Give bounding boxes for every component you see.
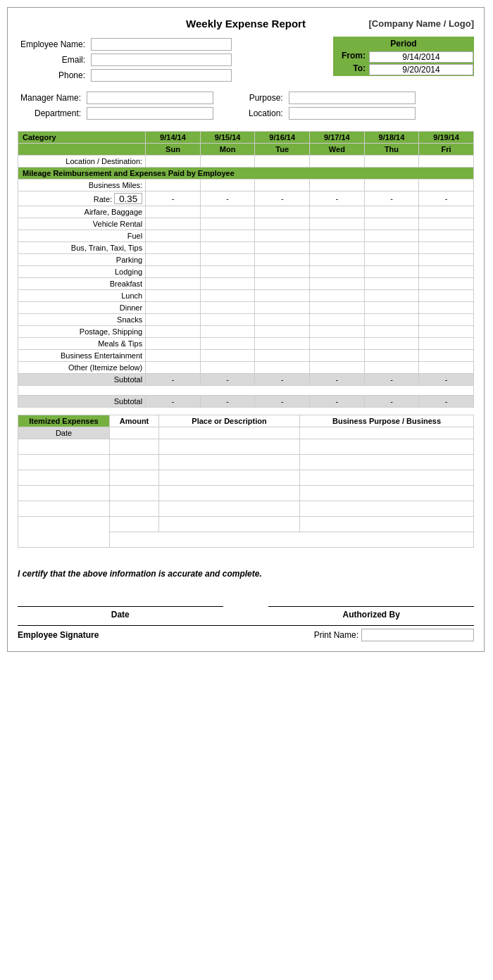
table-row: Parking — [18, 254, 474, 266]
rate-thu: - — [364, 191, 419, 206]
table-row: Lodging — [18, 266, 474, 278]
table-row: Dinner — [18, 302, 474, 314]
manager-name-label: Manager Name: — [18, 90, 84, 106]
subtotal-thu-2: - — [364, 396, 419, 408]
lodging-label: Lodging — [18, 266, 146, 278]
table-row: Postage, Shipping — [18, 326, 474, 338]
authorized-by-label: Authorized By — [268, 610, 474, 620]
list-item — [18, 470, 474, 486]
list-item — [18, 517, 474, 532]
bus-label: Bus, Train, Taxi, Tips — [18, 242, 146, 254]
purpose-input[interactable] — [289, 92, 416, 104]
expense-table: Category 9/14/14 9/15/14 9/16/14 9/17/14… — [18, 131, 474, 408]
table-row: Meals & Tips — [18, 338, 474, 350]
day-sun: Sun — [146, 144, 201, 156]
other-label: Other (Itemize below) — [18, 362, 146, 374]
date-col-header: Date — [18, 427, 110, 439]
itemized-header: Itemized Expenses — [18, 415, 110, 427]
miles-wed[interactable] — [310, 180, 365, 191]
table-row: Other (Itemize below) — [18, 362, 474, 374]
print-name-label: Print Name: — [314, 630, 358, 640]
list-item — [18, 439, 474, 455]
subtotal-fri-1: - — [419, 374, 474, 386]
subtotal-label-1: Subtotal — [18, 374, 146, 386]
miles-fri[interactable] — [419, 180, 474, 191]
lunch-label: Lunch — [18, 290, 146, 302]
signature-line-right — [268, 593, 474, 607]
business-miles-label: Business Miles: — [18, 180, 146, 191]
location-wed[interactable] — [310, 156, 365, 168]
rate-input[interactable] — [114, 193, 142, 204]
subtotal-label-2: Subtotal — [18, 396, 146, 408]
location-thu[interactable] — [364, 156, 419, 168]
table-row: Fuel — [18, 230, 474, 242]
phone-input[interactable] — [91, 69, 232, 82]
subtotal-fri-2: - — [419, 396, 474, 408]
meals-tips-label: Meals & Tips — [18, 338, 146, 350]
day-wed: Wed — [310, 144, 365, 156]
department-label: Department: — [18, 106, 84, 121]
date-fri: 9/19/14 — [419, 132, 474, 144]
department-input[interactable] — [87, 107, 213, 120]
date-wed: 9/17/14 — [310, 132, 365, 144]
from-value: 9/14/2014 — [369, 51, 473, 63]
subtotal-mon-1: - — [200, 374, 255, 386]
miles-thu[interactable] — [364, 180, 419, 191]
rate-mon: - — [200, 191, 255, 206]
postage-label: Postage, Shipping — [18, 326, 146, 338]
rate-wed: - — [310, 191, 365, 206]
email-input[interactable] — [91, 54, 232, 66]
list-item-last — [18, 532, 474, 548]
rate-sun: - — [146, 191, 201, 206]
spacer-row — [18, 386, 474, 396]
period-header: Period — [333, 37, 474, 51]
location-destination-label: Location / Destination: — [18, 156, 146, 168]
location-sun[interactable] — [146, 156, 201, 168]
subtotal-row-1: Subtotal - - - - - - — [18, 374, 474, 386]
itemized-expenses-table: Itemized Expenses Amount Place or Descri… — [18, 415, 474, 548]
signature-section: Date Authorized By Employee Signature Pr… — [18, 593, 474, 641]
signature-line-left — [18, 593, 223, 607]
miles-tue[interactable] — [255, 180, 310, 191]
rate-label: Rate: — [18, 191, 146, 206]
subtotal-wed-2: - — [310, 396, 365, 408]
location-mon[interactable] — [200, 156, 255, 168]
location-fri[interactable] — [419, 156, 474, 168]
print-name-input[interactable] — [361, 629, 474, 641]
subtotal-wed-1: - — [310, 374, 365, 386]
subtotal-sun-2: - — [146, 396, 201, 408]
miles-sun[interactable] — [146, 180, 201, 191]
category-col-header: Category — [18, 132, 146, 144]
date-mon: 9/15/14 — [200, 132, 255, 144]
page-title: Weekly Expense Report — [170, 18, 322, 30]
table-row: Lunch — [18, 290, 474, 302]
certification-text: I certify that the above information is … — [18, 562, 474, 586]
breakfast-label: Breakfast — [18, 278, 146, 290]
subtotal-tue-1: - — [255, 374, 310, 386]
location-input[interactable] — [289, 107, 416, 120]
purpose-label: Purpose: — [246, 90, 286, 106]
employee-name-input[interactable] — [91, 38, 232, 51]
fuel-label: Fuel — [18, 230, 146, 242]
employee-name-label: Employee Name: — [18, 37, 88, 52]
day-mon: Mon — [200, 144, 255, 156]
subtotal-tue-2: - — [255, 396, 310, 408]
rate-fri: - — [419, 191, 474, 206]
day-tue: Tue — [255, 144, 310, 156]
airfare-label: Airfare, Baggage — [18, 206, 146, 218]
company-name: [Company Name / Logo] — [368, 18, 474, 29]
location-tue[interactable] — [255, 156, 310, 168]
subtotal-mon-2: - — [200, 396, 255, 408]
miles-mon[interactable] — [200, 180, 255, 191]
location-label: Location: — [246, 106, 286, 121]
parking-label: Parking — [18, 254, 146, 266]
table-row: Vehicle Rental — [18, 218, 474, 230]
date-sun: 9/14/14 — [146, 132, 201, 144]
mileage-section-header: Mileage Reimbursement and Expenses Paid … — [18, 168, 474, 180]
business-col-header: Business Purpose / Business — [300, 415, 474, 427]
list-item — [18, 501, 474, 517]
from-label: From: — [333, 51, 368, 63]
manager-name-input[interactable] — [87, 92, 213, 104]
place-col-header: Place or Description — [159, 415, 300, 427]
table-row: Breakfast — [18, 278, 474, 290]
